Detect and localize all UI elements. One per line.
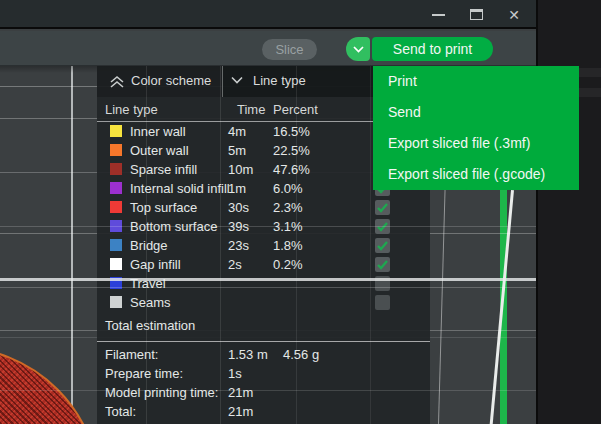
row-label: Top surface bbox=[130, 200, 197, 215]
row-checkbox[interactable] bbox=[375, 257, 390, 272]
row-time: 4m bbox=[228, 124, 246, 139]
row-label: Sparse infill bbox=[130, 162, 197, 177]
row-percent: 22.5% bbox=[273, 143, 310, 158]
grid-line bbox=[220, 66, 221, 424]
row-time: 2s bbox=[228, 257, 242, 272]
grid-line bbox=[146, 66, 147, 424]
row-label: Gap infill bbox=[130, 257, 181, 272]
total-estimation-title: Total estimation bbox=[105, 318, 195, 333]
row-percent: 6.0% bbox=[273, 181, 303, 196]
column-line-type: Line type bbox=[105, 102, 158, 117]
estimation-value: 1.53 m bbox=[228, 347, 268, 362]
grid-line bbox=[0, 287, 536, 288]
estimation-label: Model printing time: bbox=[105, 385, 218, 400]
row-label: Internal solid infill bbox=[130, 181, 230, 196]
estimation-value: 1s bbox=[228, 366, 242, 381]
row-percent: 2.3% bbox=[273, 200, 303, 215]
estimation-value: 21m bbox=[228, 385, 253, 400]
estimation-label: Total: bbox=[105, 404, 136, 419]
estimation-value: 21m bbox=[228, 404, 253, 419]
slicer-window: Color scheme Line type Line type Time Pe… bbox=[0, 0, 601, 424]
row-checkbox[interactable] bbox=[375, 200, 390, 215]
slice-button[interactable]: Slice bbox=[262, 39, 317, 60]
row-label: Outer wall bbox=[130, 143, 189, 158]
column-time: Time bbox=[237, 102, 265, 117]
menu-item-export-3mf[interactable]: Export sliced file (.3mf) bbox=[373, 128, 579, 159]
color-swatch bbox=[110, 201, 122, 213]
send-to-print-button[interactable]: Send to print bbox=[372, 37, 493, 61]
color-swatch bbox=[110, 125, 122, 137]
row-label: Inner wall bbox=[130, 124, 186, 139]
menu-item-export-gcode[interactable]: Export sliced file (.gcode) bbox=[373, 159, 579, 190]
send-dropdown-button[interactable] bbox=[346, 37, 370, 61]
grid-line bbox=[296, 66, 297, 424]
grid-line bbox=[370, 66, 371, 424]
row-time: 10m bbox=[228, 162, 253, 177]
grid-line bbox=[71, 66, 73, 424]
row-time: 1m bbox=[228, 181, 246, 196]
menu-item-print[interactable]: Print bbox=[373, 66, 579, 97]
row-time: 5m bbox=[228, 143, 246, 158]
row-percent: 16.5% bbox=[273, 124, 310, 139]
row-time: 23s bbox=[228, 238, 249, 253]
title-bar: ✕ bbox=[0, 0, 536, 29]
estimation-label: Filament: bbox=[105, 347, 158, 362]
estimation-value-2: 4.56 g bbox=[283, 347, 319, 362]
row-checkbox[interactable] bbox=[375, 238, 390, 253]
row-checkbox[interactable] bbox=[375, 295, 390, 310]
send-to-print-menu: Print Send Export sliced file (.3mf) Exp… bbox=[373, 66, 579, 190]
row-label: Bridge bbox=[130, 238, 168, 253]
color-swatch bbox=[110, 144, 122, 156]
row-percent: 0.2% bbox=[273, 257, 303, 272]
row-percent: 1.8% bbox=[273, 238, 303, 253]
minimize-icon bbox=[432, 14, 445, 16]
row-time: 30s bbox=[228, 200, 249, 215]
collapse-double-chevron-up-icon[interactable] bbox=[109, 75, 125, 89]
close-icon: ✕ bbox=[508, 8, 520, 22]
color-swatch bbox=[110, 239, 122, 251]
row-percent: 47.6% bbox=[273, 162, 310, 177]
menu-item-send[interactable]: Send bbox=[373, 97, 579, 128]
color-swatch bbox=[110, 258, 122, 270]
grid-line bbox=[0, 390, 536, 391]
color-scheme-label: Color scheme bbox=[131, 73, 211, 88]
chevron-down-icon bbox=[353, 46, 364, 53]
grid-line bbox=[0, 226, 536, 227]
action-toolbar: Slice Send to print bbox=[0, 31, 536, 66]
sliced-model-preview[interactable] bbox=[0, 346, 101, 424]
chevron-down-icon bbox=[231, 76, 243, 84]
scheme-selector-value: Line type bbox=[253, 73, 306, 88]
restore-icon bbox=[470, 9, 483, 20]
color-swatch bbox=[110, 163, 122, 175]
grid-line-bright bbox=[0, 278, 536, 281]
restore-button[interactable] bbox=[468, 7, 484, 23]
color-swatch bbox=[110, 296, 122, 308]
close-button[interactable]: ✕ bbox=[506, 7, 522, 23]
estimation-label: Prepare time: bbox=[105, 366, 183, 381]
color-swatch bbox=[110, 182, 122, 194]
row-label: Seams bbox=[130, 295, 170, 310]
right-side-panel bbox=[536, 0, 601, 424]
minimize-button[interactable] bbox=[430, 7, 446, 23]
